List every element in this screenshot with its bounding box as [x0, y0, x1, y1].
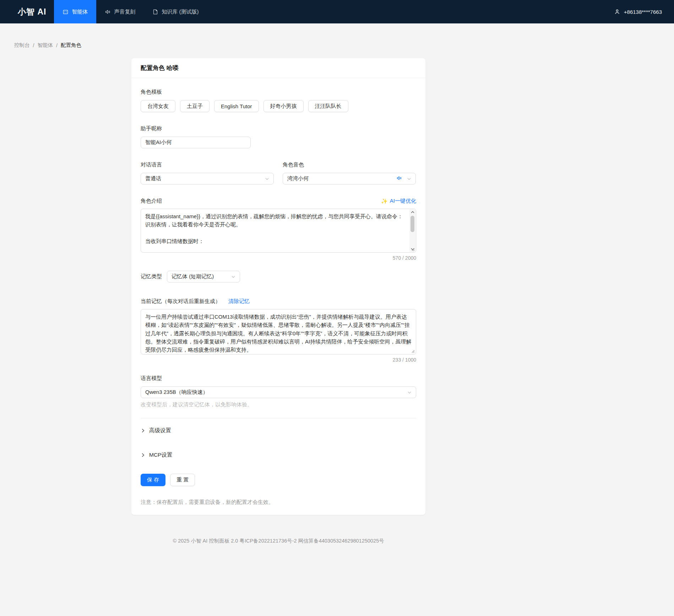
- breadcrumb-console[interactable]: 控制台: [14, 42, 30, 49]
- chevron-right-icon: [141, 428, 145, 433]
- nickname-label: 助手昵称: [141, 125, 416, 132]
- current-memory-textarea-wrap: 与一位用户持续尝试通过串口COM13读取情绪数据，成功识别出“悲伤”，并提供情绪…: [141, 309, 416, 354]
- account-phone: +86138****7663: [624, 9, 662, 15]
- config-card: 配置角色 哈喽 角色模板 台湾女友 土豆子 English Tutor 好奇小男…: [131, 58, 425, 515]
- restart-note: 注意：保存配置后，需要重启设备，新的配置才会生效。: [141, 499, 416, 506]
- template-button[interactable]: English Tutor: [214, 100, 259, 112]
- breadcrumb-separator: /: [56, 43, 58, 48]
- role-intro-textarea-wrap: 我是{{assistant_name}}，通过识别您的表情，疏解您的烦恼，排解您…: [141, 209, 416, 253]
- tab-agents-label: 智能体: [72, 9, 88, 15]
- current-memory-section: 当前记忆（每次对话后重新生成） 清除记忆 与一位用户持续尝试通过串口COM13读…: [141, 298, 416, 363]
- template-button[interactable]: 汪汪队队长: [308, 100, 348, 112]
- memory-type-label: 记忆类型: [141, 273, 162, 280]
- language-model-value: Qwen3 235B（响应快速）: [145, 389, 208, 396]
- breadcrumb-separator: /: [33, 43, 34, 48]
- memory-char-counter: 233 / 1000: [141, 357, 416, 363]
- role-intro-label: 角色介绍: [141, 198, 162, 204]
- role-voice-section: 角色音色 湾湾小何: [283, 161, 416, 185]
- chevron-down-icon: [265, 177, 269, 181]
- nav-tabs: 智能体 声音复刻 知识库 (测试版): [54, 0, 207, 23]
- chevron-down-icon: [231, 275, 235, 279]
- user-icon: [614, 9, 620, 15]
- mcp-settings-toggle[interactable]: MCP设置: [141, 434, 416, 459]
- model-change-hint: 改变模型后，建议清空记忆体，以免影响体验。: [141, 401, 416, 408]
- role-voice-value: 湾湾小何: [287, 175, 309, 182]
- breadcrumb: 控制台 / 智能体 / 配置角色: [14, 42, 81, 49]
- robot-icon: [62, 9, 69, 15]
- dialog-language-value: 普通话: [145, 175, 161, 182]
- advanced-settings-toggle[interactable]: 高级设置: [141, 418, 416, 434]
- account-menu[interactable]: +86138****7663: [614, 0, 674, 23]
- role-voice-select[interactable]: 湾湾小何: [283, 173, 416, 185]
- voice-preview-icon[interactable]: [396, 175, 402, 182]
- nickname-input[interactable]: [141, 137, 251, 148]
- scroll-up-arrow[interactable]: [409, 209, 415, 215]
- memory-type-value: 记忆体 (短期记忆): [172, 273, 214, 280]
- tab-voice-clone[interactable]: 声音复刻: [96, 0, 144, 23]
- mcp-settings-label: MCP设置: [149, 451, 172, 459]
- language-model-section: 语言模型 Qwen3 235B（响应快速） 改变模型后，建议清空记忆体，以免影响…: [141, 375, 416, 408]
- resize-grip-icon[interactable]: [411, 349, 415, 353]
- role-template-label: 角色模板: [141, 89, 416, 95]
- dialog-language-label: 对话语言: [141, 161, 274, 168]
- app-logo: 小智 AI: [0, 0, 54, 23]
- save-button[interactable]: 保 存: [141, 474, 165, 486]
- tab-knowledge-base-label: 知识库 (测试版): [162, 9, 199, 15]
- textarea-scrollbar[interactable]: [409, 209, 415, 252]
- role-intro-textarea[interactable]: 我是{{assistant_name}}，通过识别您的表情，疏解您的烦恼，排解您…: [141, 209, 416, 252]
- sparkles-icon: ✨: [381, 198, 388, 204]
- role-template-section: 角色模板 台湾女友 土豆子 English Tutor 好奇小男孩 汪汪队队长: [141, 89, 416, 112]
- chevron-right-icon: [141, 453, 145, 457]
- tab-voice-clone-label: 声音复刻: [114, 9, 135, 15]
- breadcrumb-agents[interactable]: 智能体: [38, 42, 53, 49]
- book-icon: [152, 9, 158, 15]
- top-navbar: 小智 AI 智能体 声音复刻: [0, 0, 674, 23]
- memory-type-section: 记忆类型 记忆体 (短期记忆): [141, 271, 416, 282]
- dialog-language-section: 对话语言 普通话: [141, 161, 274, 185]
- current-memory-textarea[interactable]: 与一位用户持续尝试通过串口COM13读取情绪数据，成功识别出“悲伤”，并提供情绪…: [141, 309, 416, 354]
- page-body: 控制台 / 智能体 / 配置角色 配置角色 哈喽 角色模板 台湾女友 土豆子 E…: [0, 23, 674, 616]
- language-model-select[interactable]: Qwen3 235B（响应快速）: [141, 386, 416, 398]
- template-button[interactable]: 好奇小男孩: [263, 100, 304, 112]
- nickname-section: 助手昵称: [141, 125, 416, 148]
- reset-button[interactable]: 重 置: [170, 474, 195, 486]
- intro-char-counter: 570 / 2000: [141, 255, 416, 261]
- tab-agents[interactable]: 智能体: [54, 0, 96, 23]
- current-memory-label: 当前记忆（每次对话后重新生成）: [141, 298, 221, 305]
- memory-type-select[interactable]: 记忆体 (短期记忆): [167, 271, 240, 282]
- dialog-language-select[interactable]: 普通话: [141, 173, 274, 185]
- advanced-settings-label: 高级设置: [149, 427, 171, 434]
- language-model-label: 语言模型: [141, 375, 416, 382]
- role-intro-section: 角色介绍 ✨ AI一键优化 我是{{assistant_name}}，通过识别您…: [141, 198, 416, 261]
- tab-knowledge-base[interactable]: 知识库 (测试版): [144, 0, 207, 23]
- template-button[interactable]: 台湾女友: [141, 100, 175, 112]
- template-button[interactable]: 土豆子: [180, 100, 210, 112]
- clear-memory-link[interactable]: 清除记忆: [228, 298, 250, 305]
- chevron-down-icon: [407, 390, 412, 395]
- scrollbar-thumb[interactable]: [411, 216, 414, 232]
- card-title: 配置角色 哈喽: [131, 58, 425, 78]
- ai-optimize-link[interactable]: ✨ AI一键优化: [381, 198, 416, 204]
- resize-grip-icon[interactable]: [411, 247, 415, 251]
- sound-icon: [105, 9, 111, 15]
- role-template-options: 台湾女友 土豆子 English Tutor 好奇小男孩 汪汪队队长: [141, 100, 416, 112]
- ai-optimize-label: AI一键优化: [390, 198, 416, 204]
- role-voice-label: 角色音色: [283, 161, 416, 168]
- footer-copyright: © 2025 小智 AI 控制面板 2.0 粤ICP备2022121736号-2…: [131, 538, 425, 559]
- breadcrumb-current: 配置角色: [61, 42, 81, 49]
- chevron-down-icon: [407, 177, 411, 181]
